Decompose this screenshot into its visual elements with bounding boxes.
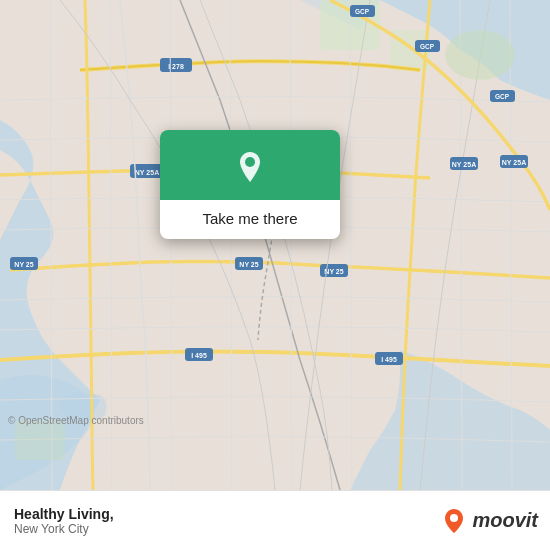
moovit-pin-icon [440,507,468,535]
location-pin-icon [231,148,269,186]
svg-text:GCP: GCP [495,93,510,100]
attribution-text: © OpenStreetMap contributors [8,415,144,426]
svg-text:I 495: I 495 [381,356,397,363]
svg-point-29 [445,30,515,80]
svg-point-31 [245,157,255,167]
svg-text:NY 25: NY 25 [239,261,258,268]
app-subtitle: New York City [14,522,114,536]
moovit-text: moovit [472,509,538,532]
popup-header [160,130,340,200]
svg-text:I 495: I 495 [191,352,207,359]
svg-text:NY 25: NY 25 [324,268,343,275]
popup-card: Take me there [160,130,340,239]
svg-rect-30 [15,420,65,460]
bottom-left: Healthy Living, New York City [14,506,114,536]
moovit-logo: moovit [440,507,538,535]
app-title: Healthy Living, [14,506,114,522]
map-container: I 278 NY 25A NY 25A NY 25 NY 25 NY 25 I … [0,0,550,490]
svg-point-32 [450,514,458,522]
take-me-there-button[interactable]: Take me there [186,200,313,239]
svg-text:NY 25A: NY 25A [502,159,526,166]
svg-text:NY 25A: NY 25A [135,169,159,176]
svg-text:GCP: GCP [420,43,435,50]
svg-text:GCP: GCP [355,8,370,15]
bottom-bar: Healthy Living, New York City moovit [0,490,550,550]
svg-text:NY 25A: NY 25A [452,161,476,168]
svg-text:NY 25: NY 25 [14,261,33,268]
